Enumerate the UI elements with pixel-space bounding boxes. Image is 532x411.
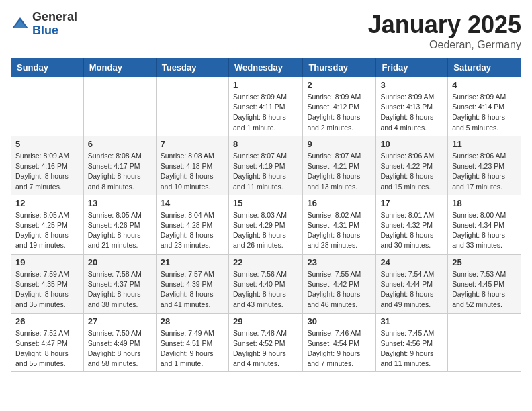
day-info: Sunrise: 7:58 AM Sunset: 4:37 PM Dayligh… <box>88 269 152 310</box>
calendar-cell: 19Sunrise: 7:59 AM Sunset: 4:35 PM Dayli… <box>11 254 84 313</box>
day-number: 12 <box>15 198 79 208</box>
calendar-cell: 17Sunrise: 8:01 AM Sunset: 4:32 PM Dayli… <box>376 195 448 254</box>
calendar-cell: 5Sunrise: 8:09 AM Sunset: 4:16 PM Daylig… <box>11 136 84 195</box>
day-info: Sunrise: 7:55 AM Sunset: 4:42 PM Dayligh… <box>307 269 371 310</box>
calendar-cell <box>83 77 156 136</box>
calendar-table: Sunday Monday Tuesday Wednesday Thursday… <box>11 58 521 372</box>
day-number: 10 <box>380 139 443 149</box>
calendar-cell: 12Sunrise: 8:05 AM Sunset: 4:25 PM Dayli… <box>11 195 84 254</box>
week-row-5: 26Sunrise: 7:52 AM Sunset: 4:47 PM Dayli… <box>11 313 521 372</box>
day-info: Sunrise: 8:05 AM Sunset: 4:25 PM Dayligh… <box>15 210 79 251</box>
calendar-cell: 29Sunrise: 7:48 AM Sunset: 4:52 PM Dayli… <box>228 313 302 372</box>
day-info: Sunrise: 7:59 AM Sunset: 4:35 PM Dayligh… <box>15 269 79 310</box>
calendar-cell: 18Sunrise: 8:00 AM Sunset: 4:34 PM Dayli… <box>448 195 521 254</box>
logo-general-text: General <box>32 11 77 24</box>
calendar-cell: 4Sunrise: 8:09 AM Sunset: 4:14 PM Daylig… <box>448 77 521 136</box>
day-number: 7 <box>161 139 224 149</box>
day-info: Sunrise: 7:56 AM Sunset: 4:40 PM Dayligh… <box>233 269 298 310</box>
day-number: 30 <box>307 316 371 326</box>
day-info: Sunrise: 7:53 AM Sunset: 4:45 PM Dayligh… <box>452 269 517 310</box>
day-info: Sunrise: 7:57 AM Sunset: 4:39 PM Dayligh… <box>161 269 224 310</box>
calendar-cell: 15Sunrise: 8:03 AM Sunset: 4:29 PM Dayli… <box>228 195 302 254</box>
day-info: Sunrise: 7:54 AM Sunset: 4:44 PM Dayligh… <box>380 269 443 310</box>
day-info: Sunrise: 8:04 AM Sunset: 4:28 PM Dayligh… <box>161 210 224 251</box>
logo-blue-text: Blue <box>32 24 77 38</box>
day-number: 3 <box>380 80 443 90</box>
day-info: Sunrise: 8:06 AM Sunset: 4:22 PM Dayligh… <box>380 151 443 192</box>
day-info: Sunrise: 8:05 AM Sunset: 4:26 PM Dayligh… <box>88 210 152 251</box>
day-info: Sunrise: 8:08 AM Sunset: 4:17 PM Dayligh… <box>88 151 152 192</box>
day-number: 28 <box>161 316 224 326</box>
calendar-cell: 30Sunrise: 7:46 AM Sunset: 4:54 PM Dayli… <box>303 313 376 372</box>
location-text: Oederan, Germany <box>368 39 521 51</box>
day-info: Sunrise: 8:09 AM Sunset: 4:16 PM Dayligh… <box>15 151 79 192</box>
calendar-cell: 28Sunrise: 7:49 AM Sunset: 4:51 PM Dayli… <box>156 313 228 372</box>
calendar-cell: 7Sunrise: 8:08 AM Sunset: 4:18 PM Daylig… <box>156 136 228 195</box>
day-number: 19 <box>15 257 79 267</box>
day-number: 11 <box>452 139 517 149</box>
calendar-cell: 31Sunrise: 7:45 AM Sunset: 4:56 PM Dayli… <box>376 313 448 372</box>
calendar-cell: 13Sunrise: 8:05 AM Sunset: 4:26 PM Dayli… <box>83 195 156 254</box>
day-info: Sunrise: 8:09 AM Sunset: 4:13 PM Dayligh… <box>380 92 443 133</box>
header-monday: Monday <box>83 58 156 77</box>
day-number: 13 <box>88 198 152 208</box>
calendar-cell: 3Sunrise: 8:09 AM Sunset: 4:13 PM Daylig… <box>376 77 448 136</box>
calendar-cell: 21Sunrise: 7:57 AM Sunset: 4:39 PM Dayli… <box>156 254 228 313</box>
calendar-cell <box>156 77 228 136</box>
calendar-cell: 14Sunrise: 8:04 AM Sunset: 4:28 PM Dayli… <box>156 195 228 254</box>
header-wednesday: Wednesday <box>228 58 302 77</box>
day-info: Sunrise: 8:07 AM Sunset: 4:21 PM Dayligh… <box>307 151 371 192</box>
day-info: Sunrise: 8:00 AM Sunset: 4:34 PM Dayligh… <box>452 210 517 251</box>
day-number: 2 <box>307 80 371 90</box>
week-row-1: 1Sunrise: 8:09 AM Sunset: 4:11 PM Daylig… <box>11 77 521 136</box>
day-number: 15 <box>233 198 298 208</box>
weekday-header-row: Sunday Monday Tuesday Wednesday Thursday… <box>11 58 521 77</box>
logo: General Blue <box>11 11 77 38</box>
day-number: 23 <box>307 257 371 267</box>
day-info: Sunrise: 8:09 AM Sunset: 4:14 PM Dayligh… <box>452 92 517 133</box>
day-number: 20 <box>88 257 152 267</box>
calendar-cell <box>448 313 521 372</box>
calendar-cell: 23Sunrise: 7:55 AM Sunset: 4:42 PM Dayli… <box>303 254 376 313</box>
logo-icon <box>11 15 30 34</box>
day-info: Sunrise: 8:07 AM Sunset: 4:19 PM Dayligh… <box>233 151 298 192</box>
calendar-cell: 10Sunrise: 8:06 AM Sunset: 4:22 PM Dayli… <box>376 136 448 195</box>
calendar-cell: 9Sunrise: 8:07 AM Sunset: 4:21 PM Daylig… <box>303 136 376 195</box>
day-number: 8 <box>233 139 298 149</box>
day-number: 21 <box>161 257 224 267</box>
title-block: January 2025 Oederan, Germany <box>368 11 521 51</box>
page-header: General Blue January 2025 Oederan, Germa… <box>11 11 521 51</box>
header-saturday: Saturday <box>448 58 521 77</box>
day-number: 4 <box>452 80 517 90</box>
day-number: 29 <box>233 316 298 326</box>
day-info: Sunrise: 8:08 AM Sunset: 4:18 PM Dayligh… <box>161 151 224 192</box>
week-row-3: 12Sunrise: 8:05 AM Sunset: 4:25 PM Dayli… <box>11 195 521 254</box>
day-info: Sunrise: 8:02 AM Sunset: 4:31 PM Dayligh… <box>307 210 371 251</box>
calendar-cell: 25Sunrise: 7:53 AM Sunset: 4:45 PM Dayli… <box>448 254 521 313</box>
day-number: 9 <box>307 139 371 149</box>
day-number: 14 <box>161 198 224 208</box>
day-number: 22 <box>233 257 298 267</box>
day-info: Sunrise: 7:48 AM Sunset: 4:52 PM Dayligh… <box>233 328 298 369</box>
day-number: 25 <box>452 257 517 267</box>
day-number: 18 <box>452 198 517 208</box>
week-row-4: 19Sunrise: 7:59 AM Sunset: 4:35 PM Dayli… <box>11 254 521 313</box>
day-info: Sunrise: 8:01 AM Sunset: 4:32 PM Dayligh… <box>380 210 443 251</box>
calendar-cell: 8Sunrise: 8:07 AM Sunset: 4:19 PM Daylig… <box>228 136 302 195</box>
calendar-cell: 6Sunrise: 8:08 AM Sunset: 4:17 PM Daylig… <box>83 136 156 195</box>
calendar-cell: 2Sunrise: 8:09 AM Sunset: 4:12 PM Daylig… <box>303 77 376 136</box>
day-info: Sunrise: 7:46 AM Sunset: 4:54 PM Dayligh… <box>307 328 371 369</box>
header-tuesday: Tuesday <box>156 58 228 77</box>
day-number: 17 <box>380 198 443 208</box>
day-number: 27 <box>88 316 152 326</box>
day-info: Sunrise: 7:45 AM Sunset: 4:56 PM Dayligh… <box>380 328 443 369</box>
day-number: 31 <box>380 316 443 326</box>
day-info: Sunrise: 7:50 AM Sunset: 4:49 PM Dayligh… <box>88 328 152 369</box>
week-row-2: 5Sunrise: 8:09 AM Sunset: 4:16 PM Daylig… <box>11 136 521 195</box>
calendar-cell: 27Sunrise: 7:50 AM Sunset: 4:49 PM Dayli… <box>83 313 156 372</box>
day-number: 6 <box>88 139 152 149</box>
day-number: 5 <box>15 139 79 149</box>
calendar-cell: 11Sunrise: 8:06 AM Sunset: 4:23 PM Dayli… <box>448 136 521 195</box>
day-number: 26 <box>15 316 79 326</box>
day-info: Sunrise: 8:06 AM Sunset: 4:23 PM Dayligh… <box>452 151 517 192</box>
